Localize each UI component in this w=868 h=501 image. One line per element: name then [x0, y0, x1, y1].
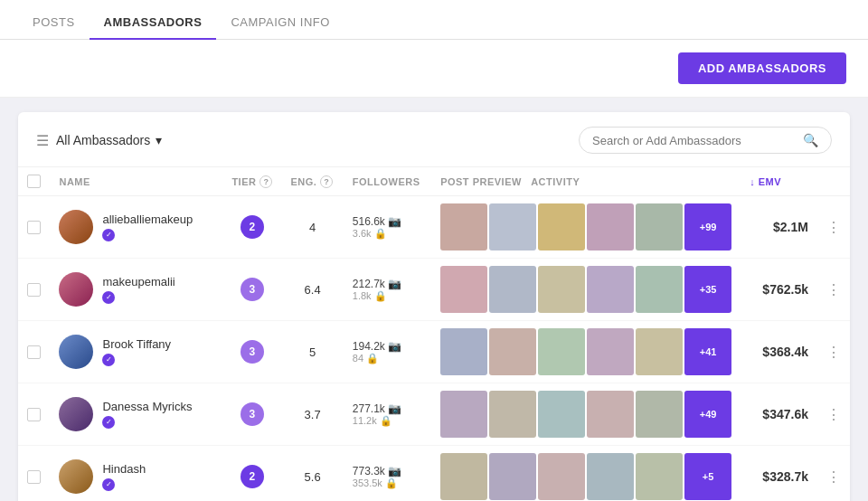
avatar — [59, 272, 93, 307]
row-preview-cell: +49 — [431, 383, 741, 446]
row-emv-cell: $762.5k — [741, 259, 817, 321]
row-followers-cell: 194.2k 📷 84 🔒 — [344, 321, 431, 383]
row-emv-cell: $347.6k — [741, 383, 817, 446]
preview-img-3 — [538, 203, 585, 250]
avatar — [59, 397, 93, 431]
more-badge[interactable]: +49 — [684, 391, 731, 438]
row-checkbox-cell — [18, 196, 50, 259]
emv-value: $762.5k — [762, 282, 808, 297]
row-action-cell: ⋮ — [817, 383, 850, 446]
tier-badge: 3 — [241, 402, 264, 426]
preview-img-5 — [636, 453, 683, 500]
preview-img-5 — [636, 203, 683, 250]
ambassador-name[interactable]: Brook Tiffany — [102, 337, 171, 351]
row-emv-cell: $368.4k — [741, 321, 817, 383]
name-info: makeupemalii — [102, 275, 175, 304]
filter-group: ☰ All Ambassadors ▾ — [36, 132, 162, 149]
eng-info-icon[interactable]: ? — [320, 175, 333, 188]
name-info: allieballiemakeup — [102, 213, 193, 241]
table-row: makeupemalii 3 6.4 212.7k 📷 1.8k 🔒 +35 — [18, 259, 850, 321]
preview-images: +99 — [440, 203, 731, 250]
ambassador-info: Danessa Myricks — [59, 397, 213, 431]
row-checkbox[interactable] — [27, 408, 41, 421]
ambassador-info: Hindash — [59, 459, 213, 494]
row-emv-cell: $328.7k — [741, 446, 817, 502]
followers-sub: 11.2k 🔒 — [353, 415, 422, 427]
row-more-menu[interactable]: ⋮ — [826, 345, 841, 360]
emv-value: $2.1M — [773, 220, 808, 234]
avatar — [59, 459, 93, 494]
ambassador-name[interactable]: Hindash — [102, 462, 146, 476]
row-more-menu[interactable]: ⋮ — [826, 220, 841, 235]
preview-img-3 — [538, 391, 585, 438]
verified-badge — [102, 291, 115, 304]
row-eng-cell: 3.7 — [281, 383, 343, 446]
row-checkbox[interactable] — [27, 345, 41, 359]
preview-img-4 — [587, 203, 634, 250]
select-all-checkbox[interactable] — [27, 175, 41, 188]
row-eng-cell: 6.4 — [281, 259, 343, 321]
row-more-menu[interactable]: ⋮ — [826, 282, 841, 298]
row-name-cell: Hindash — [50, 446, 222, 502]
more-badge[interactable]: +5 — [684, 453, 731, 500]
top-navigation: POSTS AMBASSADORS CAMPAIGN INFO — [0, 0, 868, 40]
row-tier-cell: 3 — [222, 321, 281, 383]
more-badge[interactable]: +99 — [684, 203, 731, 250]
tab-campaign-info[interactable]: CAMPAIGN INFO — [216, 5, 344, 40]
add-ambassadors-button[interactable]: ADD AMBASSADORS — [678, 52, 846, 84]
row-eng-cell: 5.6 — [281, 446, 343, 502]
row-more-menu[interactable]: ⋮ — [826, 469, 841, 485]
emv-value: $368.4k — [762, 345, 808, 359]
row-more-menu[interactable]: ⋮ — [826, 407, 841, 422]
row-tier-cell: 3 — [222, 383, 281, 446]
ambassador-name[interactable]: allieballiemakeup — [102, 213, 193, 226]
tier-badge: 2 — [241, 215, 264, 239]
preview-img-1 — [440, 391, 487, 438]
followers-main: 277.1k 📷 — [353, 402, 422, 415]
preview-img-4 — [587, 328, 634, 375]
col-header-name: Name — [50, 167, 222, 196]
verified-badge — [102, 416, 115, 429]
ambassador-name[interactable]: Danessa Myricks — [102, 400, 192, 413]
row-checkbox[interactable] — [27, 221, 41, 234]
followers-sub: 353.5k 🔒 — [353, 477, 422, 489]
col-header-post-preview: Post Preview Activity — [431, 167, 741, 196]
filter-label: All Ambassadors — [56, 133, 150, 147]
main-content: ☰ All Ambassadors ▾ 🔍 Name — [0, 98, 868, 501]
col-header-emv: ↓ EMV — [741, 167, 817, 196]
table-row: allieballiemakeup 2 4 516.6k 📷 3.6k 🔒 +9… — [18, 196, 850, 259]
preview-images: +35 — [440, 266, 731, 313]
more-badge[interactable]: +35 — [684, 266, 731, 313]
tab-posts[interactable]: POSTS — [18, 5, 90, 40]
avatar — [59, 335, 93, 369]
tab-ambassadors[interactable]: AMBASSADORS — [90, 5, 217, 40]
row-checkbox-cell — [18, 321, 50, 383]
preview-img-2 — [489, 203, 536, 250]
ambassadors-table: Name Tier ? Eng. ? — [18, 167, 850, 501]
toolbar: ADD AMBASSADORS — [0, 40, 868, 98]
preview-img-4 — [587, 266, 634, 313]
row-checkbox[interactable] — [27, 283, 41, 297]
ambassador-info: allieballiemakeup — [59, 210, 213, 244]
col-header-checkbox — [18, 167, 50, 196]
ambassador-name[interactable]: makeupemalii — [102, 275, 175, 288]
ambassador-info: makeupemalii — [59, 272, 213, 307]
row-checkbox[interactable] — [27, 470, 41, 484]
verified-badge — [102, 478, 115, 491]
preview-img-5 — [636, 328, 683, 375]
preview-images: +41 — [440, 328, 731, 375]
tier-info-icon[interactable]: ? — [259, 175, 272, 188]
preview-img-1 — [440, 203, 487, 250]
search-input[interactable] — [592, 134, 803, 147]
row-followers-cell: 516.6k 📷 3.6k 🔒 — [344, 196, 431, 259]
col-header-tier: Tier ? — [222, 167, 281, 196]
preview-img-4 — [587, 453, 634, 500]
filter-select[interactable]: All Ambassadors ▾ — [56, 133, 162, 147]
row-action-cell: ⋮ — [817, 196, 850, 259]
filter-icon: ☰ — [36, 132, 49, 149]
col-header-followers: Followers — [344, 167, 431, 196]
more-badge[interactable]: +41 — [684, 328, 731, 375]
row-emv-cell: $2.1M — [741, 196, 817, 259]
row-eng-cell: 5 — [281, 321, 343, 383]
followers-main: 773.3k 📷 — [353, 465, 422, 477]
